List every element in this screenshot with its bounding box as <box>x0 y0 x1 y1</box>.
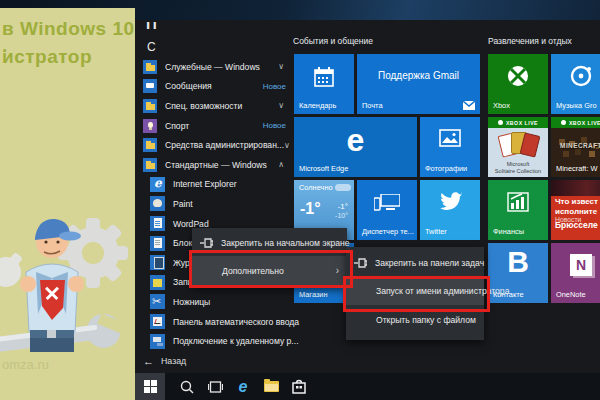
app-list-item-math-input-panel[interactable]: Панель математического ввода <box>143 312 288 332</box>
tile-twitter[interactable]: Twitter <box>420 180 480 240</box>
menu-item-pin-to-start[interactable]: Закрепить на начальном экране <box>192 230 347 256</box>
onenote-icon: N <box>570 254 592 276</box>
chevron-down-icon: ∨ <box>278 101 288 110</box>
app-list-partial-letter: П <box>146 22 166 35</box>
pin-icon <box>354 258 367 268</box>
new-badge: Новое <box>263 82 288 91</box>
app-list-section-letter[interactable]: С <box>147 40 156 54</box>
photos-icon <box>439 129 461 147</box>
math-input-icon <box>150 314 165 329</box>
tile-minecraft[interactable]: XBOX LIVE MINECRAFT Minecraft: W <box>551 117 600 177</box>
screenshot-root: в Windows 10 · истратор <box>0 0 600 400</box>
menu-item-more[interactable]: Дополнительно › <box>192 256 347 285</box>
internet-explorer-icon <box>150 177 165 192</box>
taskbar-task-view-button[interactable] <box>201 373 229 400</box>
back-arrow-icon: ← <box>143 355 154 367</box>
app-list-item-accessibility[interactable]: Спец. возможности ∨ <box>143 96 288 116</box>
pin-icon <box>200 238 213 248</box>
submenu-arrow-icon: › <box>336 265 339 276</box>
envelope-icon <box>463 101 475 110</box>
twitter-bird-icon <box>437 190 463 212</box>
news-photo <box>551 180 600 196</box>
phone-companion-icon <box>374 194 400 212</box>
calendar-icon <box>313 66 335 88</box>
context-submenu: Закрепить на панели задач Запуск от имен… <box>346 247 484 340</box>
tile-finance[interactable]: Финансы <box>488 180 548 240</box>
app-list-item-sports[interactable]: Спорт Новое <box>143 116 288 136</box>
tile-calendar[interactable]: Календарь <box>294 54 354 114</box>
tile-group-header-1[interactable]: События и общение <box>293 36 373 46</box>
chevron-up-icon: ∧ <box>278 160 288 169</box>
menu-item-run-as-administrator[interactable]: Запуск от имени администратора <box>346 276 484 305</box>
tile-microsoft-edge[interactable]: e Microsoft Edge <box>294 117 417 177</box>
app-list-item-snipping-tool[interactable]: Ножницы <box>143 292 288 312</box>
repairman-mascot-illustration <box>0 180 142 370</box>
store-icon <box>292 379 306 394</box>
folder-icon <box>143 138 157 152</box>
xbox-live-ball-icon <box>561 120 566 125</box>
app-list-item-admin-tools[interactable]: Средства администрирован... ∨ <box>143 135 288 155</box>
tile-solitaire[interactable]: XBOX LIVE MicrosoftSolitaire Collection <box>488 117 548 177</box>
tile-group-header-2[interactable]: Развлечения и отдых <box>488 36 572 46</box>
app-list: Служебные — Windows ∨ Сообщения Новое Сп… <box>143 57 288 351</box>
groove-music-icon <box>569 64 593 88</box>
folder-icon <box>143 158 157 172</box>
messaging-icon <box>143 79 157 93</box>
minecraft-logo: MINECRAFT <box>551 142 600 149</box>
app-list-item-messaging[interactable]: Сообщения Новое <box>143 77 288 97</box>
chevron-down-icon: ∨ <box>278 62 288 71</box>
vkontakte-logo: B <box>488 245 548 279</box>
finance-chart-icon <box>507 192 529 212</box>
app-list-item-accessories-windows[interactable]: Стандартные — Windows ∧ <box>143 155 288 175</box>
windows-logo-icon <box>144 380 157 393</box>
xbox-live-banner: XBOX LIVE <box>488 117 548 128</box>
tile-groove-music[interactable]: Музыка Gro <box>551 54 600 114</box>
tile-news[interactable]: Что извест исполните Новости Брюсселе <box>551 180 600 240</box>
folder-icon <box>143 60 157 74</box>
watermark-text: omza.ru <box>2 357 49 372</box>
start-button[interactable] <box>135 373 165 400</box>
menu-item-open-file-location[interactable]: Открыть папку с файлом <box>346 305 484 335</box>
mail-live-tile-text: Поддержка Gmail <box>357 70 480 81</box>
cloud-icon <box>335 184 351 191</box>
taskbar-store-button[interactable] <box>285 373 313 400</box>
promo-title-line2: истратор <box>2 46 92 68</box>
paint-icon <box>150 196 165 211</box>
notepad-icon <box>150 236 165 251</box>
sticky-notes-icon <box>150 275 165 290</box>
context-menu: Закрепить на начальном экране Дополнител… <box>192 228 347 287</box>
edge-icon: e <box>239 378 248 396</box>
tile-mail[interactable]: Поддержка Gmail Почта <box>357 54 480 114</box>
app-list-item-system-windows[interactable]: Служебные — Windows ∨ <box>143 57 288 77</box>
back-button[interactable]: ← Назад <box>143 355 186 367</box>
remote-desktop-icon <box>150 334 165 349</box>
tile-onenote[interactable]: N OneNote <box>551 243 600 303</box>
promo-panel: в Windows 10 · истратор <box>0 8 135 400</box>
xbox-logo-icon <box>506 64 530 88</box>
xbox-live-ball-icon <box>498 120 503 125</box>
weather-temp: -1° <box>300 200 321 218</box>
app-list-item-paint[interactable]: Paint <box>143 194 288 214</box>
menu-item-pin-to-taskbar[interactable]: Закрепить на панели задач <box>346 250 484 276</box>
search-icon <box>180 380 194 394</box>
folder-icon <box>143 99 157 113</box>
chevron-down-icon: ∨ <box>284 141 294 150</box>
task-view-icon <box>208 381 223 393</box>
tile-xbox[interactable]: Xbox <box>488 54 548 114</box>
journal-icon <box>150 255 165 270</box>
tile-photos[interactable]: Фотографии <box>420 117 480 177</box>
app-list-item-remote-desktop[interactable]: Подключение к удаленному р... <box>143 331 288 351</box>
taskbar: e <box>135 373 600 400</box>
taskbar-search-button[interactable] <box>173 373 201 400</box>
sports-icon <box>143 119 157 133</box>
taskbar-file-explorer-button[interactable] <box>257 373 285 400</box>
new-badge: Новое <box>263 121 288 130</box>
app-list-item-internet-explorer[interactable]: Internet Explorer <box>143 175 288 195</box>
edge-logo-icon: e <box>294 123 417 157</box>
xbox-live-banner: XBOX LIVE <box>551 117 600 128</box>
solitaire-title: MicrosoftSolitaire Collection <box>488 161 548 174</box>
scissors-icon <box>150 294 165 309</box>
taskbar-edge-button[interactable]: e <box>229 373 257 400</box>
weather-low: -10° <box>335 212 348 219</box>
tile-phone-companion[interactable]: Диспетчер те... <box>357 180 417 240</box>
